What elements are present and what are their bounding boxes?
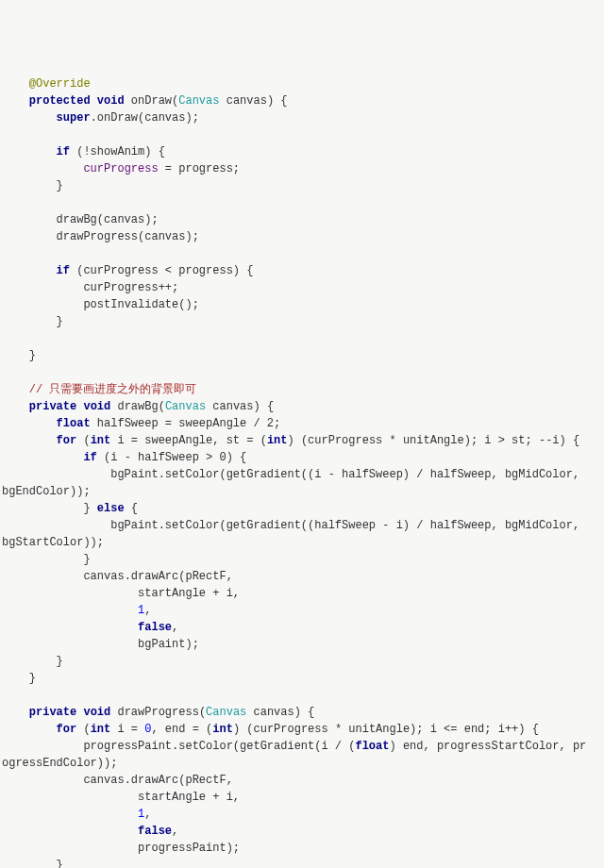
line: } else { [2, 502, 138, 515]
kw-super: super [57, 111, 91, 125]
line: @Override [2, 77, 91, 91]
blank-line [2, 689, 8, 702]
wrap-bgStartColor: bgStartColor)); [2, 536, 104, 549]
line: progressPaint.setColor(getGradient(i / (… [2, 740, 586, 753]
kw-private: private [29, 706, 76, 719]
line: false, [2, 825, 178, 838]
call-drawProgress: drawProgress(canvas); [57, 230, 199, 243]
line: false, [2, 621, 178, 634]
code-block: @Override protected void onDraw(Canvas c… [2, 75, 602, 868]
line: curProgress++; [2, 281, 178, 294]
field-curProgress: curProgress [83, 162, 158, 175]
line: private void drawBg(Canvas canvas) { [2, 400, 274, 413]
line: } [2, 553, 91, 566]
line: bgStartColor)); [2, 536, 104, 549]
line: bgEndColor)); [2, 485, 91, 498]
line: super.onDraw(canvas); [2, 111, 199, 125]
type-canvas: Canvas [206, 706, 246, 719]
line: drawBg(canvas); [2, 213, 159, 226]
call-postInvalidate: postInvalidate(); [83, 298, 198, 311]
kw-if: if [83, 451, 96, 464]
line: drawProgress(canvas); [2, 230, 199, 243]
type-canvas: Canvas [165, 400, 206, 413]
expr-sweep-div2: sweepAngle / 2; [178, 417, 280, 430]
line: for (int i = sweepAngle, st = (int) (cur… [2, 434, 579, 447]
line: bgPaint); [2, 638, 199, 651]
kw-protected: protected [29, 94, 91, 108]
kw-if: if [57, 145, 70, 159]
kw-int: int [91, 434, 111, 447]
blank-line [2, 332, 8, 345]
var-halfSweep: halfSweep [97, 417, 159, 430]
kw-if: if [57, 264, 70, 277]
line: protected void onDraw(Canvas canvas) { [2, 94, 288, 108]
arg-bgPaint: bgPaint); [138, 638, 199, 651]
arg-progressPaint: progressPaint); [138, 842, 240, 855]
method-drawBg: drawBg [117, 400, 158, 413]
wrap-bgEndColor: bgEndColor)); [2, 485, 91, 498]
stmt-inc: curProgress++; [83, 281, 178, 294]
expr-curprog-unit: ) (curProgress * unitAngle); i > st; --i… [287, 434, 579, 447]
blank-line [2, 366, 8, 379]
kw-false2: false [138, 825, 172, 838]
blank-line [2, 247, 8, 260]
line: } [2, 859, 63, 868]
call-onDraw: onDraw(canvas); [97, 111, 199, 125]
line: bgPaint.setColor(getGradient((i - halfSw… [2, 468, 586, 481]
annotation: @Override [29, 77, 91, 91]
param-canvas: canvas [212, 400, 253, 413]
line: for (int i = 0, end = (int) (curProgress… [2, 723, 539, 736]
line: // 只需要画进度之外的背景即可 [2, 383, 196, 396]
method-onDraw: onDraw [131, 94, 172, 108]
line: if (curProgress < progress) { [2, 264, 253, 277]
kw-int: int [91, 723, 111, 736]
line: } [2, 349, 36, 362]
cond-showAnim: (!showAnim) { [76, 145, 165, 159]
line: curProgress = progress; [2, 162, 240, 175]
cond-lt-progress: (curProgress < progress) { [76, 264, 253, 277]
kw-for: for [57, 723, 77, 736]
method-drawProgress: drawProgress [117, 706, 198, 719]
kw-void: void [83, 400, 110, 413]
param-canvas: canvas [254, 706, 294, 719]
call-progressPaint-setColor: progressPaint.setColor(getGradient(i / ( [83, 740, 355, 753]
blank-line [2, 196, 8, 209]
expr-curprog-unit2: ) (curProgress * unitAngle); i <= end; i… [233, 723, 539, 736]
kw-void: void [83, 706, 110, 719]
line: startAngle + i, [2, 791, 240, 804]
line: canvas.drawArc(pRectF, [2, 774, 233, 787]
kw-int-cast: int [267, 434, 288, 447]
line: canvas.drawArc(pRectF, [2, 570, 233, 583]
line: } [2, 672, 36, 685]
line: progressPaint); [2, 842, 240, 855]
cond-i-minus-half: (i - halfSweep > 0) { [104, 451, 246, 464]
line: postInvalidate(); [2, 298, 199, 311]
line: } [2, 655, 63, 668]
line: ogressEndColor)); [2, 757, 117, 770]
kw-int-cast: int [212, 723, 233, 736]
line: 1, [2, 604, 151, 617]
kw-else: else [97, 502, 125, 515]
wrap-ogressEndColor: ogressEndColor)); [2, 757, 117, 770]
line: startAngle + i, [2, 587, 240, 600]
val-progress: progress; [178, 162, 240, 175]
arg-startAngle-i: startAngle + i, [138, 587, 240, 600]
line: 1, [2, 808, 151, 821]
kw-false: false [138, 621, 172, 634]
line: if (i - halfSweep > 0) { [2, 451, 246, 464]
line: } [2, 315, 63, 328]
arg-startAngle-i2: startAngle + i, [138, 791, 240, 804]
line: } [2, 179, 63, 192]
line: if (!showAnim) { [2, 145, 165, 159]
kw-private: private [29, 400, 76, 413]
line: float halfSweep = sweepAngle / 2; [2, 417, 280, 430]
param-canvas: canvas [226, 94, 267, 108]
call-canvas-drawArc2: canvas.drawArc(pRectF, [83, 774, 232, 787]
kw-float-cast: float [355, 740, 389, 753]
kw-float: float [57, 417, 91, 430]
blank-line [2, 128, 8, 142]
call-bgPaint-setColor: bgPaint.setColor(getGradient((i - halfSw… [110, 468, 586, 481]
line: bgPaint.setColor(getGradient((halfSweep … [2, 519, 586, 532]
expr-end-progstart: ) end, progressStartColor, pr [389, 740, 586, 753]
call-bgPaint-setColor2: bgPaint.setColor(getGradient((halfSweep … [110, 519, 586, 532]
